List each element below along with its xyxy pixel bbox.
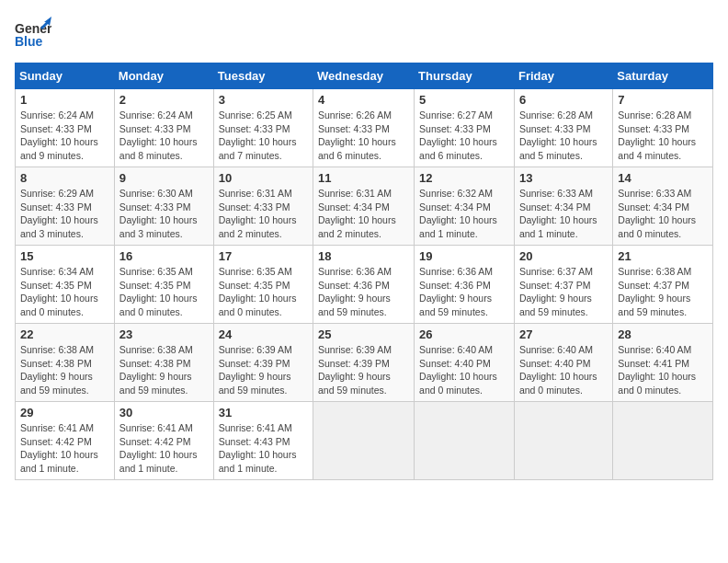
logo: General Blue bbox=[15, 15, 51, 55]
calendar-header-row: SundayMondayTuesdayWednesdayThursdayFrid… bbox=[16, 63, 713, 89]
day-info: Sunrise: 6:36 AMSunset: 4:36 PMDaylight:… bbox=[318, 265, 409, 319]
day-info: Sunrise: 6:41 AMSunset: 4:42 PMDaylight:… bbox=[20, 421, 109, 476]
day-info: Sunrise: 6:32 AMSunset: 4:34 PMDaylight:… bbox=[419, 187, 509, 241]
day-info: Sunrise: 6:24 AMSunset: 4:33 PMDaylight:… bbox=[20, 109, 109, 163]
day-number: 20 bbox=[519, 249, 608, 263]
calendar-table: SundayMondayTuesdayWednesdayThursdayFrid… bbox=[15, 63, 713, 480]
column-header-monday: Monday bbox=[114, 63, 213, 89]
day-info: Sunrise: 6:38 AMSunset: 4:38 PMDaylight:… bbox=[20, 343, 109, 397]
day-cell: 14Sunrise: 6:33 AMSunset: 4:34 PMDayligh… bbox=[613, 167, 713, 246]
day-cell: 12Sunrise: 6:32 AMSunset: 4:34 PMDayligh… bbox=[415, 167, 515, 246]
day-info: Sunrise: 6:24 AMSunset: 4:33 PMDaylight:… bbox=[119, 109, 209, 163]
page-header: General Blue bbox=[15, 15, 713, 55]
day-number: 4 bbox=[318, 93, 409, 107]
day-number: 15 bbox=[20, 249, 109, 263]
day-number: 30 bbox=[119, 406, 209, 419]
day-number: 14 bbox=[618, 171, 708, 185]
day-cell: 28Sunrise: 6:40 AMSunset: 4:41 PMDayligh… bbox=[613, 324, 713, 402]
day-number: 2 bbox=[119, 93, 209, 107]
day-info: Sunrise: 6:31 AMSunset: 4:33 PMDaylight:… bbox=[219, 187, 308, 241]
day-number: 7 bbox=[618, 93, 708, 107]
day-cell: 22Sunrise: 6:38 AMSunset: 4:38 PMDayligh… bbox=[16, 324, 115, 402]
day-cell: 18Sunrise: 6:36 AMSunset: 4:36 PMDayligh… bbox=[313, 246, 415, 324]
day-cell: 24Sunrise: 6:39 AMSunset: 4:39 PMDayligh… bbox=[213, 324, 313, 402]
day-cell: 29Sunrise: 6:41 AMSunset: 4:42 PMDayligh… bbox=[16, 402, 115, 480]
day-cell: 17Sunrise: 6:35 AMSunset: 4:35 PMDayligh… bbox=[213, 246, 313, 324]
day-info: Sunrise: 6:39 AMSunset: 4:39 PMDaylight:… bbox=[219, 343, 308, 397]
day-cell: 30Sunrise: 6:41 AMSunset: 4:42 PMDayligh… bbox=[114, 402, 213, 480]
day-info: Sunrise: 6:40 AMSunset: 4:41 PMDaylight:… bbox=[618, 343, 708, 397]
day-cell: 15Sunrise: 6:34 AMSunset: 4:35 PMDayligh… bbox=[16, 246, 115, 324]
calendar-body: 1Sunrise: 6:24 AMSunset: 4:33 PMDaylight… bbox=[16, 89, 713, 480]
column-header-friday: Friday bbox=[514, 63, 612, 89]
day-info: Sunrise: 6:34 AMSunset: 4:35 PMDaylight:… bbox=[20, 265, 109, 319]
day-number: 6 bbox=[519, 93, 608, 107]
day-info: Sunrise: 6:28 AMSunset: 4:33 PMDaylight:… bbox=[519, 109, 608, 163]
day-cell: 8Sunrise: 6:29 AMSunset: 4:33 PMDaylight… bbox=[16, 167, 115, 246]
column-header-thursday: Thursday bbox=[415, 63, 515, 89]
day-number: 29 bbox=[20, 406, 109, 419]
day-cell: 27Sunrise: 6:40 AMSunset: 4:40 PMDayligh… bbox=[514, 324, 612, 402]
day-info: Sunrise: 6:31 AMSunset: 4:34 PMDaylight:… bbox=[318, 187, 409, 241]
day-info: Sunrise: 6:27 AMSunset: 4:33 PMDaylight:… bbox=[419, 109, 509, 163]
day-info: Sunrise: 6:40 AMSunset: 4:40 PMDaylight:… bbox=[419, 343, 509, 397]
day-cell: 20Sunrise: 6:37 AMSunset: 4:37 PMDayligh… bbox=[514, 246, 612, 324]
day-number: 19 bbox=[419, 249, 509, 263]
day-cell: 1Sunrise: 6:24 AMSunset: 4:33 PMDaylight… bbox=[16, 89, 115, 167]
day-cell: 6Sunrise: 6:28 AMSunset: 4:33 PMDaylight… bbox=[514, 89, 612, 167]
day-info: Sunrise: 6:41 AMSunset: 4:43 PMDaylight:… bbox=[219, 421, 308, 476]
column-header-wednesday: Wednesday bbox=[313, 63, 415, 89]
day-number: 1 bbox=[20, 93, 109, 107]
day-cell: 5Sunrise: 6:27 AMSunset: 4:33 PMDaylight… bbox=[415, 89, 515, 167]
day-number: 11 bbox=[318, 171, 409, 185]
day-number: 16 bbox=[119, 249, 209, 263]
day-info: Sunrise: 6:37 AMSunset: 4:37 PMDaylight:… bbox=[519, 265, 608, 319]
day-cell: 23Sunrise: 6:38 AMSunset: 4:38 PMDayligh… bbox=[114, 324, 213, 402]
day-cell bbox=[415, 402, 515, 480]
day-number: 8 bbox=[20, 171, 109, 185]
day-number: 21 bbox=[618, 249, 708, 263]
week-row-5: 29Sunrise: 6:41 AMSunset: 4:42 PMDayligh… bbox=[16, 402, 713, 480]
day-number: 18 bbox=[318, 249, 409, 263]
day-number: 13 bbox=[519, 171, 608, 185]
day-number: 24 bbox=[219, 327, 308, 341]
day-cell bbox=[313, 402, 415, 480]
day-info: Sunrise: 6:40 AMSunset: 4:40 PMDaylight:… bbox=[519, 343, 608, 397]
day-number: 27 bbox=[519, 327, 608, 341]
day-info: Sunrise: 6:29 AMSunset: 4:33 PMDaylight:… bbox=[20, 187, 109, 241]
day-info: Sunrise: 6:25 AMSunset: 4:33 PMDaylight:… bbox=[219, 109, 308, 163]
day-info: Sunrise: 6:41 AMSunset: 4:42 PMDaylight:… bbox=[119, 421, 209, 476]
day-cell: 25Sunrise: 6:39 AMSunset: 4:39 PMDayligh… bbox=[313, 324, 415, 402]
day-number: 28 bbox=[618, 327, 708, 341]
day-cell: 21Sunrise: 6:38 AMSunset: 4:37 PMDayligh… bbox=[613, 246, 713, 324]
day-info: Sunrise: 6:38 AMSunset: 4:37 PMDaylight:… bbox=[618, 265, 708, 319]
day-info: Sunrise: 6:36 AMSunset: 4:36 PMDaylight:… bbox=[419, 265, 509, 319]
day-number: 3 bbox=[219, 93, 308, 107]
day-cell bbox=[514, 402, 612, 480]
column-header-sunday: Sunday bbox=[16, 63, 115, 89]
day-info: Sunrise: 6:28 AMSunset: 4:33 PMDaylight:… bbox=[618, 109, 708, 163]
week-row-2: 8Sunrise: 6:29 AMSunset: 4:33 PMDaylight… bbox=[16, 167, 713, 246]
day-cell: 16Sunrise: 6:35 AMSunset: 4:35 PMDayligh… bbox=[114, 246, 213, 324]
week-row-4: 22Sunrise: 6:38 AMSunset: 4:38 PMDayligh… bbox=[16, 324, 713, 402]
day-info: Sunrise: 6:26 AMSunset: 4:33 PMDaylight:… bbox=[318, 109, 409, 163]
day-cell: 11Sunrise: 6:31 AMSunset: 4:34 PMDayligh… bbox=[313, 167, 415, 246]
day-cell: 26Sunrise: 6:40 AMSunset: 4:40 PMDayligh… bbox=[415, 324, 515, 402]
day-number: 26 bbox=[419, 327, 509, 341]
day-cell: 2Sunrise: 6:24 AMSunset: 4:33 PMDaylight… bbox=[114, 89, 213, 167]
day-number: 9 bbox=[119, 171, 209, 185]
day-info: Sunrise: 6:33 AMSunset: 4:34 PMDaylight:… bbox=[618, 187, 708, 241]
week-row-1: 1Sunrise: 6:24 AMSunset: 4:33 PMDaylight… bbox=[16, 89, 713, 167]
day-number: 25 bbox=[318, 327, 409, 341]
day-cell: 7Sunrise: 6:28 AMSunset: 4:33 PMDaylight… bbox=[613, 89, 713, 167]
day-cell: 3Sunrise: 6:25 AMSunset: 4:33 PMDaylight… bbox=[213, 89, 313, 167]
day-info: Sunrise: 6:35 AMSunset: 4:35 PMDaylight:… bbox=[119, 265, 209, 319]
day-number: 31 bbox=[219, 406, 308, 419]
day-cell: 9Sunrise: 6:30 AMSunset: 4:33 PMDaylight… bbox=[114, 167, 213, 246]
column-header-saturday: Saturday bbox=[613, 63, 713, 89]
day-number: 22 bbox=[20, 327, 109, 341]
day-info: Sunrise: 6:30 AMSunset: 4:33 PMDaylight:… bbox=[119, 187, 209, 241]
logo-icon: General Blue bbox=[15, 15, 51, 55]
day-info: Sunrise: 6:38 AMSunset: 4:38 PMDaylight:… bbox=[119, 343, 209, 397]
day-cell: 31Sunrise: 6:41 AMSunset: 4:43 PMDayligh… bbox=[213, 402, 313, 480]
